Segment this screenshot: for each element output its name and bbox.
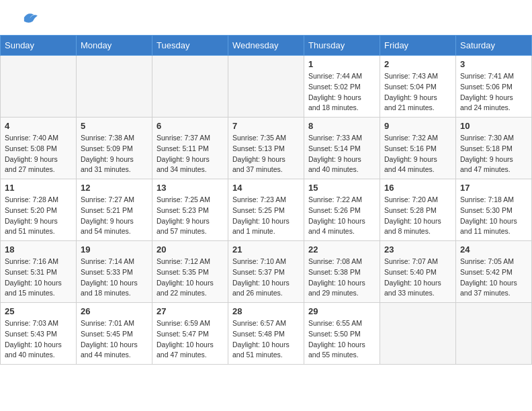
calendar-cell: 28Sunrise: 6:57 AMSunset: 5:48 PMDayligh… xyxy=(228,303,304,365)
calendar-cell: 1Sunrise: 7:44 AMSunset: 5:02 PMDaylight… xyxy=(304,56,380,118)
day-info: Sunrise: 6:55 AMSunset: 5:50 PMDaylight:… xyxy=(308,318,375,361)
weekday-header: Friday xyxy=(380,36,456,56)
calendar-cell: 21Sunrise: 7:10 AMSunset: 5:37 PMDayligh… xyxy=(228,241,304,303)
day-number: 17 xyxy=(460,183,527,193)
day-number: 8 xyxy=(308,121,375,131)
calendar-cell: 27Sunrise: 6:59 AMSunset: 5:47 PMDayligh… xyxy=(152,303,228,365)
calendar-cell: 22Sunrise: 7:08 AMSunset: 5:38 PMDayligh… xyxy=(304,241,380,303)
day-info: Sunrise: 7:03 AMSunset: 5:43 PMDaylight:… xyxy=(5,318,72,361)
day-number: 10 xyxy=(460,121,527,131)
calendar-cell xyxy=(1,56,77,118)
day-info: Sunrise: 7:12 AMSunset: 5:35 PMDaylight:… xyxy=(157,257,224,299)
day-info: Sunrise: 7:07 AMSunset: 5:40 PMDaylight:… xyxy=(384,257,451,299)
calendar-cell xyxy=(456,303,532,365)
calendar-cell: 3Sunrise: 7:41 AMSunset: 5:06 PMDaylight… xyxy=(456,56,532,118)
calendar-cell: 7Sunrise: 7:35 AMSunset: 5:13 PMDaylight… xyxy=(228,118,304,179)
calendar-cell: 4Sunrise: 7:40 AMSunset: 5:08 PMDaylight… xyxy=(1,118,77,179)
weekday-header: Tuesday xyxy=(152,36,228,56)
calendar-cell: 14Sunrise: 7:23 AMSunset: 5:25 PMDayligh… xyxy=(228,179,304,241)
day-number: 15 xyxy=(308,183,375,193)
day-info: Sunrise: 7:01 AMSunset: 5:45 PMDaylight:… xyxy=(81,318,148,361)
calendar-cell: 11Sunrise: 7:28 AMSunset: 5:20 PMDayligh… xyxy=(1,179,77,241)
day-info: Sunrise: 7:38 AMSunset: 5:09 PMDaylight:… xyxy=(81,133,148,175)
day-info: Sunrise: 7:40 AMSunset: 5:08 PMDaylight:… xyxy=(5,133,72,175)
calendar-cell: 20Sunrise: 7:12 AMSunset: 5:35 PMDayligh… xyxy=(152,241,228,303)
day-number: 9 xyxy=(384,121,451,131)
calendar-cell: 10Sunrise: 7:30 AMSunset: 5:18 PMDayligh… xyxy=(456,118,532,179)
day-info: Sunrise: 7:43 AMSunset: 5:04 PMDaylight:… xyxy=(384,71,451,113)
day-number: 13 xyxy=(157,183,224,193)
day-number: 28 xyxy=(232,306,300,316)
calendar-cell: 26Sunrise: 7:01 AMSunset: 5:45 PMDayligh… xyxy=(77,303,152,365)
calendar-cell: 25Sunrise: 7:03 AMSunset: 5:43 PMDayligh… xyxy=(1,303,77,365)
calendar-cell: 2Sunrise: 7:43 AMSunset: 5:04 PMDaylight… xyxy=(380,56,456,118)
day-info: Sunrise: 7:08 AMSunset: 5:38 PMDaylight:… xyxy=(308,257,375,299)
calendar-cell xyxy=(228,56,304,118)
day-info: Sunrise: 6:57 AMSunset: 5:48 PMDaylight:… xyxy=(232,318,300,361)
calendar-cell: 15Sunrise: 7:22 AMSunset: 5:26 PMDayligh… xyxy=(304,179,380,241)
calendar-cell: 18Sunrise: 7:16 AMSunset: 5:31 PMDayligh… xyxy=(1,241,77,303)
day-info: Sunrise: 7:22 AMSunset: 5:26 PMDaylight:… xyxy=(308,195,375,237)
day-number: 7 xyxy=(232,121,300,131)
day-number: 22 xyxy=(308,244,375,255)
day-number: 25 xyxy=(5,306,72,316)
calendar-cell: 17Sunrise: 7:18 AMSunset: 5:30 PMDayligh… xyxy=(456,179,532,241)
day-info: Sunrise: 7:30 AMSunset: 5:18 PMDaylight:… xyxy=(460,133,527,175)
day-number: 24 xyxy=(460,244,527,255)
calendar-cell: 8Sunrise: 7:33 AMSunset: 5:14 PMDaylight… xyxy=(304,118,380,179)
day-number: 6 xyxy=(157,121,224,131)
day-info: Sunrise: 6:59 AMSunset: 5:47 PMDaylight:… xyxy=(157,318,224,361)
day-info: Sunrise: 7:23 AMSunset: 5:25 PMDaylight:… xyxy=(232,195,300,237)
day-number: 16 xyxy=(384,183,451,193)
day-number: 1 xyxy=(308,59,375,69)
logo-bird-icon xyxy=(19,11,39,24)
day-info: Sunrise: 7:32 AMSunset: 5:16 PMDaylight:… xyxy=(384,133,451,175)
calendar-cell: 23Sunrise: 7:07 AMSunset: 5:40 PMDayligh… xyxy=(380,241,456,303)
calendar-cell: 13Sunrise: 7:25 AMSunset: 5:23 PMDayligh… xyxy=(152,179,228,241)
calendar-cell: 9Sunrise: 7:32 AMSunset: 5:16 PMDaylight… xyxy=(380,118,456,179)
day-number: 26 xyxy=(81,306,148,316)
weekday-header-row: SundayMondayTuesdayWednesdayThursdayFrid… xyxy=(1,36,532,56)
calendar-cell: 12Sunrise: 7:27 AMSunset: 5:21 PMDayligh… xyxy=(77,179,152,241)
day-number: 11 xyxy=(5,183,72,193)
day-number: 12 xyxy=(81,183,148,193)
calendar-table: SundayMondayTuesdayWednesdayThursdayFrid… xyxy=(0,35,532,365)
calendar-week-row: 11Sunrise: 7:28 AMSunset: 5:20 PMDayligh… xyxy=(1,179,532,241)
day-number: 4 xyxy=(5,121,72,131)
calendar-cell: 16Sunrise: 7:20 AMSunset: 5:28 PMDayligh… xyxy=(380,179,456,241)
calendar-week-row: 1Sunrise: 7:44 AMSunset: 5:02 PMDaylight… xyxy=(1,56,532,118)
day-info: Sunrise: 7:14 AMSunset: 5:33 PMDaylight:… xyxy=(81,257,148,299)
day-info: Sunrise: 7:20 AMSunset: 5:28 PMDaylight:… xyxy=(384,195,451,237)
weekday-header: Thursday xyxy=(304,36,380,56)
day-info: Sunrise: 7:41 AMSunset: 5:06 PMDaylight:… xyxy=(460,71,527,113)
day-number: 23 xyxy=(384,244,451,255)
calendar-cell: 19Sunrise: 7:14 AMSunset: 5:33 PMDayligh… xyxy=(77,241,152,303)
weekday-header: Wednesday xyxy=(228,36,304,56)
day-number: 29 xyxy=(308,306,375,316)
day-number: 27 xyxy=(157,306,224,316)
calendar-cell xyxy=(77,56,152,118)
weekday-header: Saturday xyxy=(456,36,532,56)
weekday-header: Monday xyxy=(77,36,152,56)
calendar-week-row: 4Sunrise: 7:40 AMSunset: 5:08 PMDaylight… xyxy=(1,118,532,179)
day-info: Sunrise: 7:18 AMSunset: 5:30 PMDaylight:… xyxy=(460,195,527,237)
day-info: Sunrise: 7:16 AMSunset: 5:31 PMDaylight:… xyxy=(5,257,72,299)
page-header xyxy=(0,0,532,30)
calendar-week-row: 18Sunrise: 7:16 AMSunset: 5:31 PMDayligh… xyxy=(1,241,532,303)
calendar-cell xyxy=(380,303,456,365)
logo xyxy=(16,12,39,27)
calendar-cell: 6Sunrise: 7:37 AMSunset: 5:11 PMDaylight… xyxy=(152,118,228,179)
day-info: Sunrise: 7:25 AMSunset: 5:23 PMDaylight:… xyxy=(157,195,224,237)
day-info: Sunrise: 7:10 AMSunset: 5:37 PMDaylight:… xyxy=(232,257,300,299)
calendar-cell: 29Sunrise: 6:55 AMSunset: 5:50 PMDayligh… xyxy=(304,303,380,365)
calendar-cell xyxy=(152,56,228,118)
day-info: Sunrise: 7:33 AMSunset: 5:14 PMDaylight:… xyxy=(308,133,375,175)
day-number: 5 xyxy=(81,121,148,131)
calendar-week-row: 25Sunrise: 7:03 AMSunset: 5:43 PMDayligh… xyxy=(1,303,532,365)
day-number: 18 xyxy=(5,244,72,255)
day-info: Sunrise: 7:05 AMSunset: 5:42 PMDaylight:… xyxy=(460,257,527,299)
day-number: 3 xyxy=(460,59,527,69)
day-number: 14 xyxy=(232,183,300,193)
day-info: Sunrise: 7:35 AMSunset: 5:13 PMDaylight:… xyxy=(232,133,300,175)
day-number: 2 xyxy=(384,59,451,69)
